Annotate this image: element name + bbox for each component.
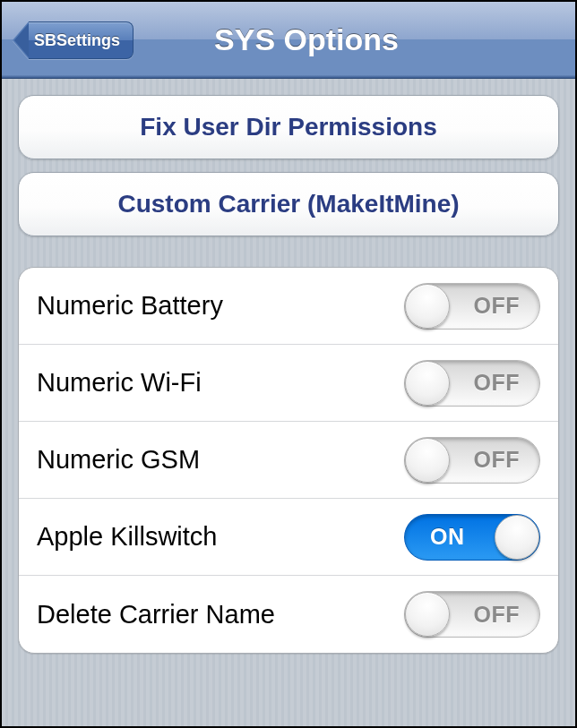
settings-row-label: Numeric GSM	[37, 445, 200, 475]
toggle-switch[interactable]: OFF	[404, 437, 540, 484]
settings-row-label: Delete Carrier Name	[37, 600, 275, 630]
settings-row: Apple KillswitchON	[19, 499, 558, 576]
toggle-switch[interactable]: ON	[404, 514, 540, 561]
settings-row-label: Apple Killswitch	[37, 522, 217, 552]
back-button-label: SBSettings	[34, 31, 120, 50]
toggle-knob	[405, 361, 450, 406]
settings-row: Numeric Wi-FiOFF	[19, 345, 558, 422]
toggle-label: OFF	[474, 602, 521, 628]
settings-row-label: Numeric Battery	[37, 291, 223, 321]
settings-row: Numeric GSMOFF	[19, 422, 558, 499]
settings-row-label: Numeric Wi-Fi	[37, 368, 202, 398]
toggle-label: ON	[430, 524, 465, 550]
navigation-bar: SBSettings SYS Options	[2, 2, 575, 79]
settings-group: Numeric BatteryOFFNumeric Wi-FiOFFNumeri…	[18, 267, 559, 654]
settings-row: Delete Carrier NameOFF	[19, 576, 558, 653]
toggle-knob	[405, 284, 450, 329]
fix-permissions-button[interactable]: Fix User Dir Permissions	[18, 95, 559, 159]
custom-carrier-button[interactable]: Custom Carrier (MakeItMine)	[18, 172, 559, 236]
screen: SBSettings SYS Options Fix User Dir Perm…	[2, 2, 575, 726]
toggle-switch[interactable]: OFF	[404, 591, 540, 638]
settings-row: Numeric BatteryOFF	[19, 268, 558, 345]
toggle-label: OFF	[474, 370, 521, 396]
toggle-switch[interactable]: OFF	[404, 283, 540, 330]
toggle-label: OFF	[474, 447, 521, 473]
toggle-label: OFF	[474, 293, 521, 319]
content: Fix User Dir Permissions Custom Carrier …	[2, 79, 575, 654]
toggle-knob	[405, 592, 450, 637]
toggle-switch[interactable]: OFF	[404, 360, 540, 407]
toggle-knob	[405, 438, 450, 483]
back-button[interactable]: SBSettings	[13, 21, 133, 59]
back-chevron-icon	[13, 21, 29, 59]
toggle-knob	[495, 515, 539, 560]
